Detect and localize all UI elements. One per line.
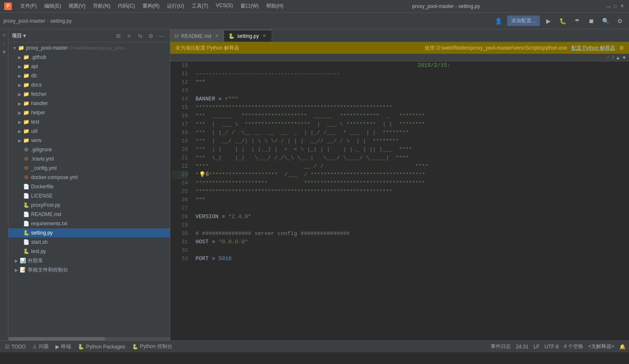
file-tree-scrollbar-thumb[interactable]	[8, 337, 105, 340]
minimize-button[interactable]: —	[605, 3, 611, 9]
setting-tab-close[interactable]: ✕	[262, 33, 267, 39]
vertical-tab-bookmarks[interactable]: ★	[0, 48, 8, 55]
breadcrumb-file[interactable]: setting.py	[50, 18, 71, 24]
tree-item-api[interactable]: ▶📁api	[8, 62, 170, 71]
code-line-17: *** | ___ \ ******************** | ___ \…	[195, 120, 626, 129]
interpreter-label[interactable]: <无解释器>	[588, 343, 614, 350]
tree-item-helper[interactable]: ▶📁helper	[8, 108, 170, 117]
tree-item-test[interactable]: ▶📁test	[8, 117, 170, 127]
tree-item-license[interactable]: 📄LICENSE	[8, 191, 170, 200]
stop-button[interactable]: ⏹	[585, 15, 597, 27]
menu-item-n[interactable]: 导航(N)	[90, 2, 114, 11]
menu-item-c[interactable]: 代码(C)	[114, 2, 138, 11]
vertical-tab-structure[interactable]: ≡	[0, 31, 8, 39]
code-line-16: *** ______ ******************** ______ *…	[195, 112, 626, 120]
terminal-tab[interactable]: ▶ 终端	[54, 341, 73, 353]
requirements-arrow-icon	[17, 221, 23, 227]
gitignore-arrow-icon	[17, 147, 23, 153]
fetcher-label: fetcher	[31, 91, 47, 97]
scratch-arrow-icon: ▶	[13, 267, 19, 273]
debug-button[interactable]: 🐛	[557, 15, 568, 27]
tree-item-handler[interactable]: ▶📁handler	[8, 99, 170, 108]
settings-button[interactable]: ⚙	[614, 15, 626, 27]
add-config-button[interactable]: 添加配置...	[507, 16, 540, 26]
tab-setting[interactable]: 🐍 setting.py ✕	[224, 30, 272, 42]
sidebar-collapse-all-icon[interactable]: ⊞	[114, 31, 123, 40]
code-line-26: """	[195, 196, 626, 204]
tree-item-docker-compose[interactable]: ⚙docker-compose.yml	[8, 173, 170, 182]
code-line-33: PORT = 5010	[195, 255, 626, 263]
breadcrumb: proxy_pool-master › setting.py	[3, 18, 72, 24]
search-button[interactable]: 🔍	[600, 15, 611, 27]
breadcrumb-root[interactable]: proxy_pool-master	[3, 18, 45, 24]
python-config-link[interactable]: 配置 Python 解释器	[571, 45, 615, 52]
maximize-button[interactable]: □	[612, 3, 618, 9]
tree-item-setting[interactable]: 🐍setting.py	[8, 228, 170, 237]
close-button[interactable]: ✕	[619, 3, 625, 9]
menu-item-v[interactable]: 视图(V)	[65, 2, 89, 11]
sidebar-item-external-libs[interactable]: ▶ 📊 外部库	[8, 256, 170, 265]
sidebar-expand-icon[interactable]: ≡	[124, 31, 134, 40]
menu-item-t[interactable]: 工具(T)	[188, 2, 211, 11]
indent-setting[interactable]: 4 个空格	[564, 343, 583, 350]
tree-item-venv[interactable]: ▶📁venv	[8, 136, 170, 145]
readme-arrow-icon	[17, 211, 23, 217]
fetcher-file-icon: 📁	[23, 91, 29, 98]
tree-item-requirements[interactable]: 📄requirements.txt	[8, 219, 170, 228]
tree-item-gitignore[interactable]: ⚙.gitignore	[8, 145, 170, 154]
user-icon[interactable]: 👤	[493, 15, 505, 27]
menu-item-f[interactable]: 文件(F)	[17, 2, 40, 11]
project-label: 项目 ▾	[12, 32, 26, 40]
run-button[interactable]: ▶	[542, 15, 554, 27]
terminal-label: 终端	[61, 343, 71, 350]
file-tree-scrollbar[interactable]	[8, 337, 170, 340]
tree-item-util[interactable]: ▶📁util	[8, 127, 170, 136]
python-packages-tab[interactable]: 🐍 Python Packages	[76, 341, 127, 353]
tree-item-proxypool[interactable]: 🐍proxyPool.py	[8, 200, 170, 210]
tree-item-fetcher[interactable]: ▶📁fetcher	[8, 90, 170, 99]
coverage-button[interactable]: ☂	[571, 15, 583, 27]
menu-item-e[interactable]: 编辑(E)	[41, 2, 64, 11]
sidebar-item-scratch[interactable]: ▶ 📝 草稿文件和控制台	[8, 265, 170, 274]
tree-item-docs[interactable]: ▶📁docs	[8, 80, 170, 90]
helper-file-icon: 📁	[23, 109, 29, 116]
tree-item-start[interactable]: 📄start.sh	[8, 237, 170, 247]
issues-tab[interactable]: ⚠ 问题	[31, 341, 50, 353]
tree-item-db[interactable]: ▶📁db	[8, 71, 170, 80]
python-warning-gear-icon[interactable]: ⚙	[619, 45, 624, 51]
tree-item-travis[interactable]: ⚙.travis.yml	[8, 154, 170, 164]
sidebar-sync-icon[interactable]: ⇆	[135, 31, 145, 40]
event-log-label[interactable]: 事件日志	[491, 343, 511, 350]
menu-item-r[interactable]: 重构(R)	[139, 2, 163, 11]
code-line-15: ****************************************…	[195, 103, 626, 112]
menu-item-u[interactable]: 运行(U)	[164, 2, 188, 11]
menu-item-w[interactable]: 窗口(W)	[237, 2, 262, 11]
todo-tab[interactable]: ☑ TODO	[3, 341, 27, 353]
menu-item-h[interactable]: 帮助(H)	[263, 2, 287, 11]
setting-file-icon: 🐍	[23, 229, 29, 236]
tree-item-test-py[interactable]: 🐍test.py	[8, 247, 170, 256]
menu-item-vcss[interactable]: VCS(S)	[212, 2, 236, 11]
code-area[interactable]: 2019/2/15:------------------------------…	[191, 61, 629, 340]
tree-item-readme[interactable]: 📄README.md	[8, 210, 170, 219]
tree-root-folder[interactable]: ▼ 📁 proxy_pool-master D:/web/Redies/prox…	[8, 43, 170, 53]
github-arrow-icon: ▶	[17, 54, 23, 60]
sidebar: 项目 ▾ ⊞ ≡ ⇆ ⚙ — ▼ 📁 proxy_pool-master D:/…	[8, 29, 170, 340]
tree-item-dockerfile[interactable]: 📄Dockerfile	[8, 182, 170, 191]
sidebar-close-icon[interactable]: —	[157, 31, 166, 40]
scroll-down-icon[interactable]: ▼	[622, 55, 626, 60]
sidebar-settings-icon[interactable]: ⚙	[146, 31, 156, 40]
tree-item-github[interactable]: ▶📁.github	[8, 53, 170, 62]
requirements-label: requirements.txt	[31, 221, 67, 227]
tree-item-config[interactable]: ⚙_config.yml	[8, 164, 170, 173]
tree-root-path: D:/web/Redies/proxy_pool-...	[69, 45, 129, 50]
scroll-up-icon[interactable]: ▲	[616, 55, 620, 60]
vertical-tab-commits[interactable]: ↕	[0, 40, 8, 47]
editor-area: M README.md ✕ 🐍 setting.py ✕ 未为项目配置 Pyth…	[170, 29, 629, 340]
tab-readme[interactable]: M README.md ✕	[170, 30, 224, 42]
gitignore-file-icon: ⚙	[23, 146, 29, 153]
readme-file-icon: 📄	[23, 211, 29, 218]
readme-tab-close[interactable]: ✕	[214, 33, 219, 39]
python-console-tab[interactable]: 🐍 Python 控制台	[130, 341, 174, 353]
code-line-25: ****************************************…	[195, 187, 626, 196]
